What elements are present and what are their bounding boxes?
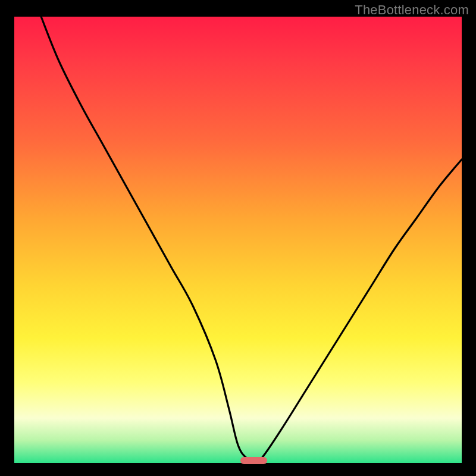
chart-frame: TheBottleneck.com [0, 0, 476, 476]
bottleneck-curve-path [41, 17, 462, 463]
curve-svg [14, 17, 462, 463]
watermark-text: TheBottleneck.com [355, 2, 469, 18]
minimum-marker [240, 457, 267, 464]
plot-area [14, 17, 462, 463]
